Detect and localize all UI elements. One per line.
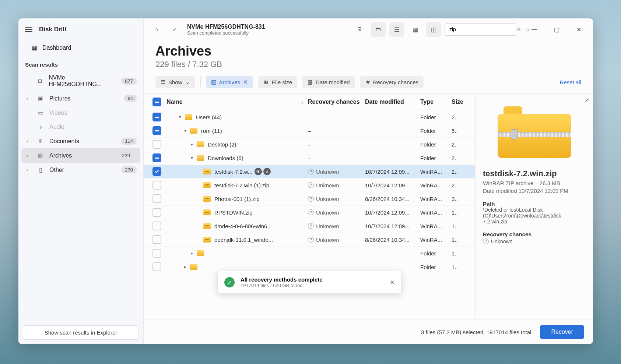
row-checkbox[interactable] [152, 126, 161, 135]
table-row[interactable]: testdisk-7.2.w...👁#?Unknown10/7/2024 12:… [144, 165, 475, 179]
table-row[interactable]: ▾Downloads (6)–Folder2.. [144, 151, 475, 165]
expander-icon[interactable]: ▸ [189, 142, 195, 147]
row-checkbox[interactable] [152, 140, 161, 149]
sidebar-item-other[interactable]: › ▯ Other 270 [18, 163, 143, 177]
clear-search-icon[interactable]: ✕ [515, 26, 523, 32]
close-toast-icon[interactable]: ✕ [390, 279, 394, 286]
row-checkbox[interactable] [152, 113, 161, 121]
list-icon[interactable]: ☰ [389, 22, 404, 37]
col-size[interactable]: Size [452, 99, 470, 105]
sidebar-item-label: Documents [49, 138, 79, 145]
show-in-explorer-button[interactable]: Show scan results in Explorer [23, 325, 139, 340]
reset-all-link[interactable]: Reset all [560, 79, 581, 85]
col-recovery[interactable]: Recovery chances [308, 99, 365, 105]
sidebar-item-archives[interactable]: › ▥ Archives 229 [21, 148, 140, 163]
file-icon[interactable]: 🗎 [352, 22, 367, 37]
sidebar-item-dashboard[interactable]: ▦ Dashboard [18, 40, 143, 55]
open-external-icon[interactable]: ↗ [585, 97, 589, 103]
filter-label: Date modified [316, 79, 350, 85]
row-checkbox[interactable] [152, 208, 161, 217]
folder-icon[interactable]: 🗀 [371, 22, 386, 37]
row-checkbox[interactable] [152, 153, 161, 162]
maximize-button[interactable]: ▢ [547, 22, 566, 37]
type-cell: Folder [420, 141, 452, 148]
zip-icon [203, 223, 211, 229]
col-type[interactable]: Type [420, 99, 452, 105]
question-icon: ? [308, 237, 314, 243]
detail-date: Date modified 10/7/2024 12:09 PM [483, 188, 586, 194]
row-checkbox[interactable] [152, 262, 161, 271]
folder-icon [190, 128, 197, 134]
filter-date-modified[interactable]: ▦ Date modified [302, 76, 355, 88]
sidebar-item-audio[interactable]: ♪ Audio [18, 120, 143, 134]
show-dropdown[interactable]: ☰ Show ⌄ [155, 76, 195, 88]
question-icon: ? [308, 209, 314, 215]
expander-icon[interactable]: ▸ [189, 251, 195, 256]
file-name: Users (44) [196, 114, 222, 120]
file-name: testdisk-7.2.w... [214, 169, 252, 175]
remove-filter-icon[interactable]: ✕ [243, 79, 248, 85]
row-checkbox[interactable] [152, 194, 161, 203]
select-all-checkbox[interactable] [152, 98, 161, 106]
filter-label: File size [272, 79, 292, 85]
date-cell: 8/26/2024 10:34... [365, 196, 420, 202]
table-row[interactable]: RPSTDWIN.zip?Unknown10/7/2024 12:09...Wi… [144, 206, 475, 219]
home-icon[interactable]: ⌂ [149, 22, 164, 37]
zip-icon [203, 196, 211, 202]
table-row[interactable]: openjdk-11.0.1_windo...?Unknown8/26/2024… [144, 233, 475, 247]
expander-icon[interactable]: ▸ [182, 264, 189, 269]
check-circle-icon[interactable]: ✔ [167, 22, 182, 37]
sidebar-item-videos[interactable]: ▭ Videos [18, 106, 143, 120]
search-input[interactable] [445, 26, 515, 32]
row-checkbox[interactable] [152, 167, 161, 176]
size-cell: 2.. [452, 114, 470, 120]
panel-icon[interactable]: ◫ [426, 22, 441, 37]
expander-icon[interactable]: ▾ [177, 114, 183, 120]
size-cell: 2.. [452, 169, 470, 175]
row-checkbox[interactable] [152, 181, 161, 190]
table-row[interactable]: ▾Users (44)–Folder2.. [144, 110, 475, 124]
zip-icon [203, 209, 211, 215]
eye-icon[interactable]: 👁 [255, 168, 262, 175]
table-row[interactable]: dmde-4-0-6-806-win6...?Unknown10/7/2024 … [144, 219, 475, 233]
check-circle-icon: ✓ [224, 277, 235, 287]
sidebar-item-documents[interactable]: › 🗎 Documents 114 [18, 134, 143, 148]
file-name: dmde-4-0-6-806-win6... [214, 223, 272, 229]
close-button[interactable]: ✕ [569, 22, 588, 37]
type-cell: WinRA... [420, 169, 452, 175]
minimize-button[interactable]: — [525, 22, 544, 37]
recover-button[interactable]: Recover [540, 325, 584, 339]
table-row[interactable]: ▸Folder1.. [144, 247, 475, 260]
detail-pane: ↗ testdisk-7.2.win.zip WinRAR ZIP archiv… [475, 94, 593, 319]
hash-icon[interactable]: # [263, 168, 271, 175]
row-checkbox[interactable] [152, 222, 161, 230]
recovery-cell: ?Unknown [308, 237, 365, 243]
row-checkbox[interactable] [152, 235, 161, 244]
recovery-cell: ?Unknown [308, 196, 365, 202]
filter-file-size[interactable]: 🗎 File size [258, 76, 297, 88]
expander-icon[interactable]: ▾ [182, 128, 189, 133]
sidebar-item-pictures[interactable]: › ▣ Pictures 64 [18, 91, 143, 106]
table-row[interactable]: ▸Desktop (2)–Folder2.. [144, 138, 475, 151]
table-row[interactable]: testdisk-7.2.win (1).zip?Unknown10/7/202… [144, 179, 475, 192]
sidebar-item-device[interactable]: ◘ NVMe HFM256GDHTNG... 677 [18, 71, 143, 91]
grid-icon[interactable]: ▦ [408, 22, 422, 37]
recovery-value: Unknown [491, 238, 512, 244]
row-checkbox[interactable] [152, 249, 161, 258]
col-name[interactable]: Name↓ [165, 99, 308, 105]
table-row[interactable]: ▾rom (11)–Folder5.. [144, 124, 475, 138]
file-name: Photos-001 (1).zip [214, 196, 260, 202]
table-row[interactable]: Photos-001 (1).zip?Unknown8/26/2024 10:3… [144, 192, 475, 206]
expander-icon[interactable]: ▾ [189, 155, 195, 160]
document-icon: 🗎 [263, 79, 269, 85]
sidebar-item-label: Audio [49, 124, 64, 130]
col-date[interactable]: Date modified [365, 99, 420, 105]
menu-icon[interactable] [25, 27, 32, 32]
device-label: NVMe HFM256GDHTNG... [49, 74, 116, 88]
status-text: 3 files (57.2 MB) selected, 1917014 file… [421, 329, 531, 335]
filter-chip-archives[interactable]: ▥ Archives ✕ [206, 76, 253, 88]
device-status: Scan completed successfully [187, 30, 265, 36]
filter-recovery-chances[interactable]: ★ Recovery chances [360, 76, 424, 88]
archive-icon: ▥ [37, 152, 44, 159]
sort-arrow-icon: ↓ [301, 99, 304, 105]
